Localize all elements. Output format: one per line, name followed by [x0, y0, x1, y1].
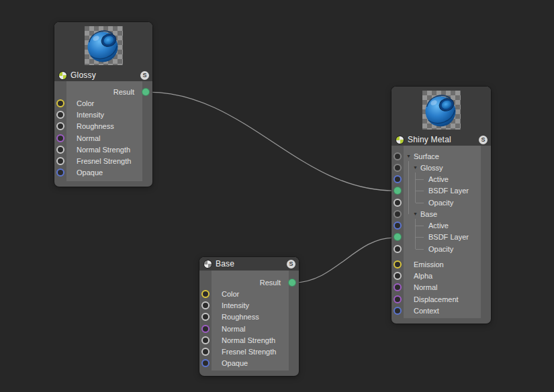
- port-result[interactable]: [288, 279, 296, 287]
- material-node-glossy[interactable]: Glossy S Result Color Intensity Roughnes…: [54, 22, 152, 187]
- port-color[interactable]: [201, 290, 210, 298]
- node-header[interactable]: Shiny Metal S: [391, 134, 491, 146]
- port-label: Roughness: [77, 122, 114, 130]
- port-label: Result: [113, 88, 134, 96]
- material-checker-icon: [59, 72, 66, 79]
- port-intensity[interactable]: [201, 301, 210, 309]
- port-row: Normal: [391, 282, 491, 293]
- port-base[interactable]: [394, 210, 402, 218]
- port-displacement[interactable]: [394, 295, 402, 303]
- solo-badge[interactable]: S: [287, 260, 295, 268]
- tree-spine-line: [415, 219, 416, 249]
- port-normal-strength[interactable]: [56, 146, 64, 154]
- material-checker-icon: [204, 260, 212, 268]
- port-label: BSDF Layer: [428, 187, 469, 195]
- tree-stub-line: [416, 249, 424, 250]
- port-normal[interactable]: [201, 325, 210, 333]
- port-row: Normal Strength: [54, 144, 152, 155]
- node-preview-area: [391, 87, 491, 134]
- material-node-shiny-metal[interactable]: Shiny Metal S ▼ Surface ▼ Glossy Active …: [391, 87, 491, 324]
- port-label: Opaque: [222, 359, 248, 367]
- node-title: Glossy: [71, 70, 96, 80]
- port-active[interactable]: [394, 175, 402, 183]
- collapse-triangle-icon[interactable]: ▼: [413, 211, 418, 216]
- connection-wire[interactable]: [148, 92, 394, 191]
- node-editor-canvas[interactable]: Glossy S Result Color Intensity Roughnes…: [0, 0, 554, 392]
- port-label: Active: [428, 222, 449, 230]
- port-label: Context: [414, 307, 439, 315]
- port-row: Opaque: [54, 167, 152, 179]
- port-label: Glossy: [420, 164, 443, 172]
- port-label: Color: [77, 99, 94, 107]
- port-opaque[interactable]: [201, 359, 210, 367]
- port-normal-strength[interactable]: [201, 336, 210, 344]
- port-rows: ▼ Surface ▼ Glossy Active BSDF Layer Opa…: [391, 146, 491, 317]
- port-label: Emission: [414, 260, 444, 268]
- port-label: Intensity: [77, 111, 104, 119]
- port-label: Intensity: [222, 301, 249, 309]
- port-fresnel-strength[interactable]: [56, 157, 64, 165]
- node-header[interactable]: Base S: [199, 257, 299, 271]
- port-label: Fresnel Strength: [222, 348, 276, 356]
- port-row: Normal: [54, 132, 152, 144]
- port-row: BSDF Layer: [391, 185, 491, 197]
- material-checker-icon: [396, 136, 404, 144]
- port-label: Active: [428, 175, 449, 183]
- port-label: Base: [420, 210, 437, 218]
- port-surface[interactable]: [394, 152, 402, 160]
- port-normal[interactable]: [56, 134, 64, 142]
- port-row: ▼ Surface: [391, 150, 491, 162]
- port-row: Color: [54, 97, 152, 109]
- solo-badge[interactable]: S: [140, 71, 149, 80]
- port-row: Roughness: [199, 311, 299, 323]
- port-opacity[interactable]: [394, 199, 402, 207]
- port-label: Normal Strength: [77, 146, 130, 154]
- node-preview-area: [54, 22, 152, 69]
- port-bsdf-layer[interactable]: [394, 187, 402, 195]
- port-rows: Result Color Intensity Roughness Normal …: [54, 81, 152, 179]
- port-label: Alpha: [414, 272, 432, 280]
- port-glossy[interactable]: [394, 164, 402, 172]
- port-row: Opaque: [199, 358, 299, 369]
- port-row: Context: [391, 305, 491, 316]
- solo-badge[interactable]: S: [479, 136, 488, 144]
- port-alpha[interactable]: [394, 272, 402, 280]
- port-normal[interactable]: [394, 283, 402, 291]
- port-label: Opacity: [428, 245, 453, 253]
- collapse-triangle-icon[interactable]: ▼: [406, 154, 411, 158]
- port-context[interactable]: [394, 307, 402, 315]
- port-label: Normal Strength: [222, 336, 275, 344]
- port-active[interactable]: [394, 222, 402, 230]
- port-row: Fresnel Strength: [199, 346, 299, 358]
- collapse-triangle-icon[interactable]: ▼: [413, 165, 418, 170]
- connection-wire[interactable]: [294, 238, 394, 283]
- port-label: Roughness: [222, 313, 259, 321]
- port-row: Opacity: [391, 197, 491, 208]
- port-row: Normal Strength: [199, 334, 299, 346]
- port-roughness[interactable]: [56, 122, 64, 130]
- port-result[interactable]: [142, 88, 150, 96]
- port-emission[interactable]: [394, 260, 402, 268]
- material-thumbnail: [422, 91, 461, 130]
- tree-stub-line: [416, 179, 424, 180]
- port-label: Opacity: [428, 199, 453, 207]
- port-fresnel-strength[interactable]: [201, 348, 210, 356]
- port-rows: Result Color Intensity Roughness Normal …: [199, 271, 299, 369]
- port-label: Normal: [222, 325, 245, 333]
- node-body: Result Color Intensity Roughness Normal …: [199, 271, 299, 376]
- port-label: Fresnel Strength: [77, 157, 131, 165]
- port-roughness[interactable]: [201, 313, 210, 321]
- port-opaque[interactable]: [56, 168, 64, 177]
- port-opacity[interactable]: [394, 245, 402, 253]
- tree-stub-line: [416, 237, 424, 238]
- port-row: Result: [199, 277, 299, 288]
- material-ball-preview: [85, 26, 123, 65]
- port-row: Alpha: [391, 271, 491, 282]
- node-header[interactable]: Glossy S: [54, 69, 152, 81]
- port-label: Normal: [414, 283, 437, 291]
- material-node-base[interactable]: Base S Result Color Intensity Roughness …: [199, 257, 299, 376]
- port-label: Result: [260, 279, 281, 287]
- port-color[interactable]: [56, 99, 64, 107]
- port-intensity[interactable]: [56, 111, 64, 119]
- port-bsdf-layer[interactable]: [394, 233, 402, 241]
